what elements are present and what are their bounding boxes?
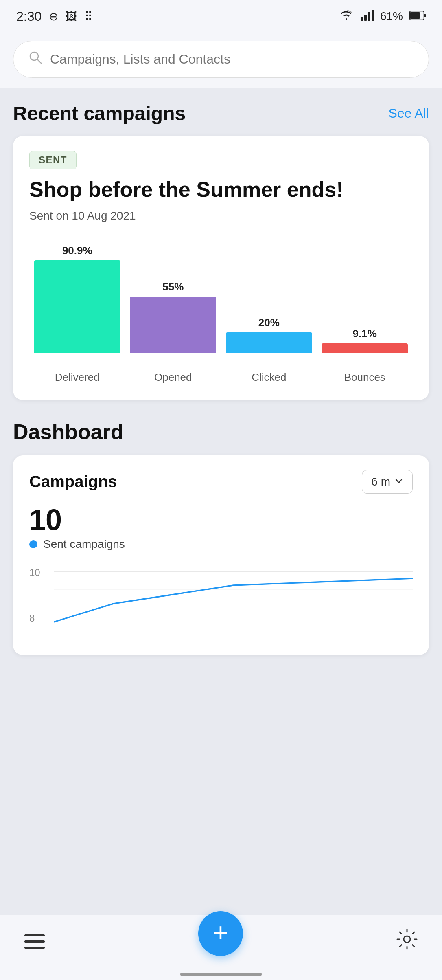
- bar-label-bounces: Bounces: [317, 371, 413, 384]
- hamburger-icon: [24, 934, 45, 949]
- home-indicator: [180, 973, 262, 976]
- recent-campaigns-header: Recent campaigns See All: [13, 102, 429, 125]
- bar-group-bounces: 9.1%: [317, 327, 413, 353]
- bar-clicked: [226, 332, 312, 353]
- main-content: Recent campaigns See All SENT Shop befor…: [0, 88, 442, 736]
- screenshot-icon: 🖼: [66, 10, 77, 23]
- campaigns-count: 10: [29, 505, 413, 534]
- svg-rect-3: [372, 10, 374, 21]
- add-fab-button[interactable]: +: [198, 911, 243, 956]
- campaign-date: Sent on 10 Aug 2021: [29, 209, 413, 222]
- search-input[interactable]: [50, 52, 414, 67]
- bar-label-clicked: Clicked: [221, 371, 317, 384]
- dashboard-title: Dashboard: [13, 420, 429, 444]
- svg-rect-2: [368, 12, 370, 21]
- menu-button[interactable]: [24, 934, 45, 949]
- chart-y-label-8: 8: [29, 613, 40, 624]
- battery-percentage: 61%: [380, 10, 403, 23]
- bar-label-delivered: Delivered: [29, 371, 125, 384]
- wifi-icon: [339, 9, 354, 24]
- bar-label-opened: Opened: [125, 371, 221, 384]
- bar-group-opened: 55%: [125, 281, 221, 353]
- chart-lines: [54, 567, 413, 640]
- gear-icon: [396, 929, 418, 955]
- bar-value-clicked: 20%: [258, 316, 280, 329]
- bar-opened: [130, 297, 216, 353]
- dashboard-card: Campaigns 6 m 10 Sent campaigns 10 8: [13, 455, 429, 655]
- campaign-card[interactable]: SENT Shop before the Summer ends! Sent o…: [13, 136, 429, 400]
- svg-rect-1: [364, 15, 367, 21]
- bar-value-delivered: 90.9%: [62, 244, 92, 257]
- battery-icon: [409, 10, 426, 23]
- status-bar: 2:30 ⊖ 🖼 ⠿ 61%: [0, 0, 442, 33]
- dashboard-card-header: Campaigns 6 m: [29, 470, 413, 494]
- bar-bounces: [322, 343, 408, 353]
- campaign-chart: 90.9%55%20%9.1% DeliveredOpenedClickedBo…: [29, 239, 413, 384]
- chevron-down-icon: [394, 475, 403, 488]
- chart-y-labels: 10 8: [29, 567, 40, 624]
- blue-dot-icon: [29, 540, 37, 548]
- search-icon: [28, 50, 43, 68]
- chart-labels-row: DeliveredOpenedClickedBounces: [29, 365, 413, 384]
- see-all-link[interactable]: See All: [388, 106, 429, 121]
- status-time: 2:30: [16, 9, 42, 24]
- search-bar[interactable]: [13, 41, 429, 78]
- dnd-icon: ⊖: [49, 10, 58, 23]
- mini-chart-area: 10 8: [29, 567, 413, 640]
- plus-icon: +: [213, 920, 228, 946]
- signal-icon: [361, 9, 374, 24]
- time-filter-button[interactable]: 6 m: [362, 470, 413, 494]
- bottom-nav: +: [0, 915, 442, 980]
- chart-y-label-10: 10: [29, 567, 40, 578]
- campaign-title: Shop before the Summer ends!: [29, 178, 413, 202]
- bar-value-opened: 55%: [162, 281, 184, 293]
- search-container: [0, 33, 442, 88]
- sent-badge: SENT: [29, 151, 77, 169]
- sent-campaigns-text: Sent campaigns: [43, 538, 125, 551]
- svg-line-8: [37, 59, 41, 63]
- dashboard-card-title: Campaigns: [29, 472, 117, 491]
- dots-icon: ⠿: [84, 10, 93, 23]
- bar-value-bounces: 9.1%: [353, 327, 377, 340]
- svg-rect-6: [424, 14, 426, 17]
- bar-group-delivered: 90.9%: [29, 244, 125, 353]
- settings-button[interactable]: [396, 929, 418, 955]
- svg-rect-5: [410, 12, 420, 19]
- svg-point-11: [404, 936, 410, 943]
- bars-row: 90.9%55%20%9.1%: [29, 239, 413, 353]
- bar-delivered: [34, 260, 120, 353]
- time-filter-label: 6 m: [371, 475, 390, 488]
- svg-rect-0: [361, 17, 363, 21]
- recent-campaigns-title: Recent campaigns: [13, 102, 186, 125]
- sent-campaigns-label: Sent campaigns: [29, 538, 413, 551]
- bar-group-clicked: 20%: [221, 316, 317, 353]
